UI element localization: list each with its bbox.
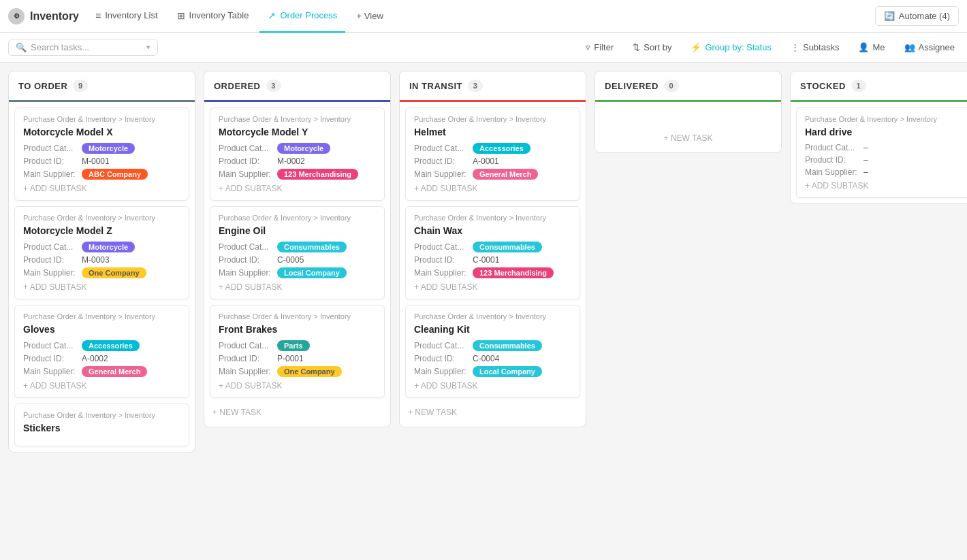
- supplier-tag: One Company: [82, 267, 146, 278]
- column-header-in-transit: IN TRANSIT 3: [400, 71, 586, 102]
- column-title: IN TRANSIT: [409, 81, 462, 91]
- card-chain-wax[interactable]: Purchase Order & Inventory > Inventory C…: [405, 206, 580, 299]
- new-task-button[interactable]: + NEW TASK: [210, 403, 385, 421]
- card-field-product-cat: Product Cat... Motorcycle: [23, 242, 180, 252]
- card-field-product-cat: Product Cat... Consummables: [219, 242, 376, 252]
- card-cleaning-kit[interactable]: Purchase Order & Inventory > Inventory C…: [405, 305, 580, 398]
- card-field-supplier: Main Supplier: 123 Merchandising: [414, 267, 571, 278]
- card-breadcrumb: Purchase Order & Inventory > Inventory: [805, 115, 962, 123]
- add-subtask-button[interactable]: + ADD SUBTASK: [414, 282, 571, 292]
- add-subtask-button[interactable]: + ADD SUBTASK: [805, 181, 962, 191]
- me-icon: 👤: [858, 42, 869, 52]
- new-task-button[interactable]: + NEW TASK: [661, 129, 716, 147]
- subtasks-label: Subtasks: [803, 42, 839, 52]
- column-body-in-transit: Purchase Order & Inventory > Inventory H…: [400, 102, 586, 427]
- add-subtask-button[interactable]: + ADD SUBTASK: [219, 184, 376, 193]
- card-motorcycle-model-z[interactable]: Purchase Order & Inventory > Inventory M…: [14, 206, 189, 299]
- card-field-supplier: Main Supplier: Local Company: [219, 267, 376, 278]
- me-button[interactable]: 👤 Me: [854, 39, 889, 55]
- filter-label: Filter: [594, 42, 614, 52]
- toolbar: 🔍 Search tasks... ▾ ▿ Filter ⇅ Sort by ⚡…: [0, 33, 967, 63]
- field-label: Product ID:: [219, 255, 273, 265]
- chevron-down-icon: ▾: [146, 43, 150, 52]
- sort-button[interactable]: ⇅ Sort by: [629, 39, 676, 55]
- card-engine-oil[interactable]: Purchase Order & Inventory > Inventory E…: [210, 206, 385, 299]
- product-id-value: C-0004: [473, 354, 499, 363]
- card-helmet[interactable]: Purchase Order & Inventory > Inventory H…: [405, 108, 580, 201]
- add-subtask-button[interactable]: + ADD SUBTASK: [414, 184, 571, 193]
- automate-label: Automate (4): [899, 11, 950, 21]
- product-id-value: P-0001: [277, 354, 304, 363]
- group-icon: ⚡: [691, 42, 701, 52]
- card-breadcrumb: Purchase Order & Inventory > Inventory: [23, 411, 180, 419]
- card-title: Cleaning Kit: [414, 324, 571, 335]
- column-body-ordered: Purchase Order & Inventory > Inventory M…: [204, 102, 390, 427]
- automate-button[interactable]: 🔄 Automate (4): [875, 6, 959, 26]
- filter-button[interactable]: ▿ Filter: [582, 39, 618, 55]
- card-title: Gloves: [23, 324, 180, 335]
- product-id-value: M-0003: [82, 255, 110, 265]
- subtasks-button[interactable]: ⋮ Subtasks: [787, 39, 843, 55]
- field-label: Main Supplier:: [414, 169, 469, 179]
- card-motorcycle-model-x[interactable]: Purchase Order & Inventory > Inventory M…: [14, 108, 189, 201]
- product-id-value: M-0001: [82, 157, 110, 166]
- field-label: Product ID:: [23, 157, 78, 166]
- card-hard-drive[interactable]: Purchase Order & Inventory > Inventory H…: [796, 108, 967, 198]
- add-subtask-button[interactable]: + ADD SUBTASK: [23, 381, 180, 391]
- toolbar-actions: ▿ Filter ⇅ Sort by ⚡ Group by: Status ⋮ …: [582, 39, 959, 55]
- card-title: Motorcycle Model X: [23, 127, 180, 137]
- add-subtask-button[interactable]: + ADD SUBTASK: [23, 282, 180, 292]
- card-field-product-id: Product ID: A-0001: [414, 157, 571, 166]
- automate-icon: 🔄: [884, 11, 895, 21]
- card-gloves[interactable]: Purchase Order & Inventory > Inventory G…: [14, 305, 189, 398]
- tab-inventory-table[interactable]: ⊞ Inventory Table: [169, 0, 257, 33]
- card-breadcrumb: Purchase Order & Inventory > Inventory: [414, 312, 571, 320]
- tab-view[interactable]: + View: [348, 0, 392, 33]
- tab-order-process[interactable]: ↗ Order Process: [259, 0, 345, 33]
- new-task-button[interactable]: + NEW TASK: [405, 403, 580, 421]
- add-subtask-button[interactable]: + ADD SUBTASK: [219, 282, 376, 292]
- field-label: Product Cat...: [219, 242, 273, 252]
- search-placeholder: Search tasks...: [31, 42, 89, 52]
- column-header-to-order: TO ORDER 9: [9, 71, 195, 102]
- search-box[interactable]: 🔍 Search tasks... ▾: [8, 39, 158, 56]
- add-subtask-button[interactable]: + ADD SUBTASK: [414, 381, 571, 391]
- card-motorcycle-model-y[interactable]: Purchase Order & Inventory > Inventory M…: [210, 108, 385, 201]
- card-stickers[interactable]: Purchase Order & Inventory > Inventory S…: [14, 403, 189, 446]
- board: TO ORDER 9 Purchase Order & Inventory > …: [0, 63, 967, 560]
- column-title: DELIVERED: [605, 81, 659, 91]
- table-icon: ⊞: [177, 10, 185, 21]
- field-label: Product Cat...: [414, 242, 469, 252]
- sort-icon: ⇅: [633, 42, 640, 52]
- card-front-brakes[interactable]: Purchase Order & Inventory > Inventory F…: [210, 305, 385, 398]
- supplier-tag: 123 Merchandising: [473, 267, 554, 278]
- field-label: Product ID:: [219, 354, 273, 363]
- card-breadcrumb: Purchase Order & Inventory > Inventory: [219, 312, 376, 320]
- tab-inventory-list[interactable]: ≡ Inventory List: [87, 0, 166, 33]
- app-logo: ⚙ Inventory: [8, 8, 79, 24]
- field-label: Product ID:: [219, 157, 273, 166]
- card-field-product-id: Product ID: M-0003: [23, 255, 180, 265]
- field-label: Product Cat...: [414, 341, 469, 350]
- assignee-label: Assignee: [919, 42, 955, 52]
- field-label: Product ID:: [23, 255, 78, 265]
- field-label: Product ID:: [805, 155, 859, 165]
- column-body-to-order: Purchase Order & Inventory > Inventory M…: [9, 102, 195, 452]
- field-label: Main Supplier:: [23, 367, 78, 376]
- plus-icon: +: [356, 11, 362, 21]
- group-by-button[interactable]: ⚡ Group by: Status: [686, 39, 776, 55]
- add-subtask-button[interactable]: + ADD SUBTASK: [23, 184, 180, 193]
- card-field-product-id: Product ID: M-0001: [23, 157, 180, 166]
- product-cat-tag: Consummables: [473, 340, 542, 351]
- column-stocked: STOCKED 1 Purchase Order & Inventory > I…: [790, 71, 967, 204]
- logo-icon: ⚙: [8, 8, 25, 24]
- assignee-button[interactable]: 👥 Assignee: [900, 39, 959, 55]
- field-label: Product Cat...: [23, 144, 78, 153]
- card-breadcrumb: Purchase Order & Inventory > Inventory: [23, 115, 180, 123]
- card-field-product-id: Product ID: C-0001: [414, 255, 571, 265]
- column-title: STOCKED: [800, 81, 846, 91]
- add-subtask-button[interactable]: + ADD SUBTASK: [219, 381, 376, 391]
- card-breadcrumb: Purchase Order & Inventory > Inventory: [23, 214, 180, 222]
- card-title: Hard drive: [805, 127, 962, 137]
- card-breadcrumb: Purchase Order & Inventory > Inventory: [23, 312, 180, 320]
